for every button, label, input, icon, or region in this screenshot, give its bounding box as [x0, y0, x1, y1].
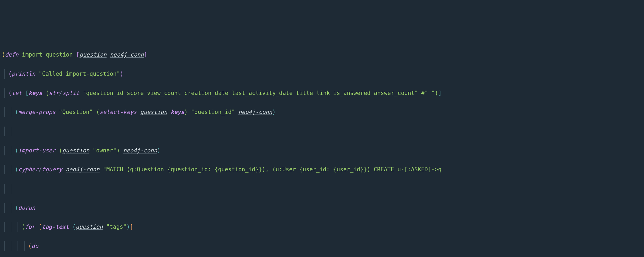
code-line-2: (println "Called import-question") [2, 69, 644, 79]
code-line-4: (merge-props "Question" (select-keys que… [2, 107, 644, 117]
code-line-1: (defn import-question [question neo4j-co… [2, 50, 644, 60]
code-line-8 [2, 184, 644, 194]
code-line-11: (do [2, 241, 644, 251]
code-line-3: (let [keys (str/split "question_id score… [2, 88, 644, 98]
code-line-10: (for [tag-text (question "tags")] [2, 222, 644, 232]
code-line-9: (dorun [2, 203, 644, 213]
code-line-5 [2, 127, 644, 136]
code-line-7: (cypher/tquery neo4j-conn "MATCH (q:Ques… [2, 165, 644, 174]
code-editor[interactable]: (defn import-question [question neo4j-co… [0, 40, 644, 257]
code-line-6: (import-user (question "owner") neo4j-co… [2, 146, 644, 155]
